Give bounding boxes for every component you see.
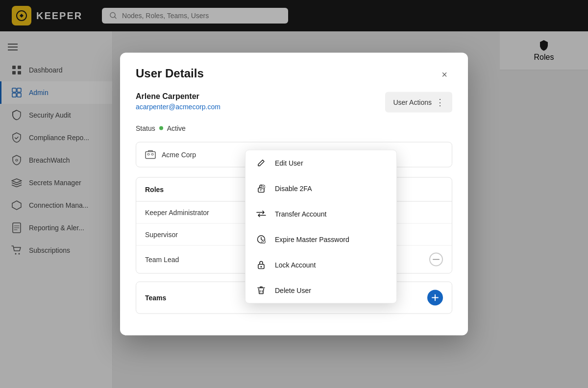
menu-label-lock-account: Lock Account	[275, 261, 316, 269]
svg-rect-14	[146, 152, 155, 159]
status-label: Status	[136, 124, 155, 132]
menu-item-disable-2fa[interactable]: Disable 2FA	[245, 176, 396, 201]
menu-label-edit-user: Edit User	[275, 159, 303, 167]
lock-icon	[255, 259, 267, 271]
more-options-icon: ⋮	[436, 97, 444, 108]
clock-lock-icon	[255, 234, 267, 245]
svg-rect-16	[151, 154, 153, 155]
menu-item-edit-user[interactable]: Edit User	[245, 150, 396, 176]
user-email: acarpenter@acmecorp.com	[136, 103, 220, 111]
remove-role-button[interactable]	[429, 253, 443, 267]
menu-label-transfer: Transfer Account	[275, 210, 326, 218]
svg-rect-15	[147, 154, 149, 155]
status-row: Status Active	[136, 124, 452, 132]
add-team-button[interactable]	[427, 290, 443, 306]
role-label-0: Keeper Administrator	[145, 209, 209, 217]
user-name: Arlene Carpenter	[136, 92, 220, 101]
node-icon	[145, 149, 156, 160]
trash-icon	[255, 285, 267, 296]
role-label-2: Team Lead	[145, 256, 179, 264]
modal-title: User Details	[136, 67, 204, 80]
menu-item-expire-password[interactable]: Expire Master Password	[245, 227, 396, 252]
modal-header: User Details ×	[120, 53, 468, 92]
menu-item-lock-account[interactable]: Lock Account	[245, 252, 396, 278]
pencil-icon	[255, 157, 267, 169]
menu-label-delete-user: Delete User	[275, 287, 311, 294]
status-dot	[159, 126, 163, 130]
user-actions-label: User Actions	[393, 98, 432, 106]
role-label-1: Supervisor	[145, 231, 178, 239]
user-info: Arlene Carpenter acarpenter@acmecorp.com	[136, 92, 220, 111]
transfer-icon	[255, 208, 267, 220]
menu-item-delete-user[interactable]: Delete User	[245, 278, 396, 303]
close-button[interactable]: ×	[437, 67, 452, 82]
user-info-row: Arlene Carpenter acarpenter@acmecorp.com…	[136, 92, 452, 113]
svg-point-22	[261, 266, 262, 267]
node-name: Acme Corp	[162, 151, 196, 159]
menu-label-expire-password: Expire Master Password	[275, 236, 349, 243]
user-details-modal: User Details × Arlene Carpenter acarpent…	[120, 53, 468, 336]
user-actions-dropdown: Edit User Disable 2FA Trans	[245, 150, 397, 304]
status-value: Active	[167, 124, 186, 132]
lock-2fa-icon	[255, 183, 267, 194]
menu-item-transfer[interactable]: Transfer Account	[245, 201, 396, 227]
teams-label: Teams	[145, 294, 166, 302]
user-actions-button[interactable]: User Actions ⋮	[385, 92, 452, 113]
menu-label-disable-2fa: Disable 2FA	[275, 185, 312, 193]
